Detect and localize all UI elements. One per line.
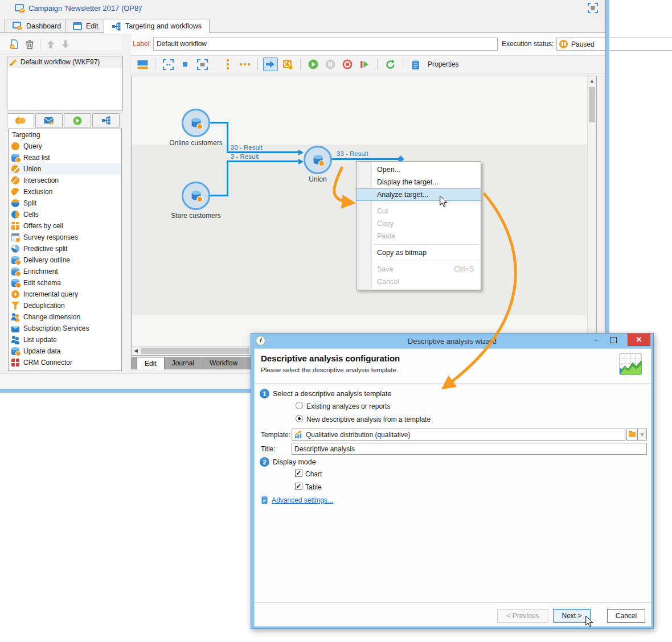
zoom-selection-button[interactable]	[195, 57, 210, 71]
transition-mode-button[interactable]	[263, 57, 278, 71]
palette-item-offers-by-cell[interactable]: Offers by cell	[9, 220, 121, 232]
palette-tab-execution[interactable]	[64, 113, 91, 127]
tab-edit[interactable]: Edit	[65, 19, 106, 33]
edge-label[interactable]: 33 - Result	[337, 150, 368, 157]
workflow-label-input[interactable]: Default workflow	[153, 38, 498, 51]
palette-item-label: Edit schema	[23, 279, 61, 287]
palette-item-delivery-outline[interactable]: Delivery outline	[9, 254, 121, 266]
chart-checkbox-label[interactable]: Chart	[305, 470, 322, 478]
fullscreen-icon[interactable]	[588, 3, 598, 13]
palette-item-deduplication[interactable]: Deduplication	[9, 300, 121, 311]
cancel-button[interactable]: Cancel	[607, 609, 645, 623]
restart-button[interactable]	[357, 57, 372, 71]
move-up-icon[interactable]	[46, 40, 55, 49]
tab-dashboard[interactable]: Dashboard	[5, 19, 69, 33]
execution-status-dropdown[interactable]: Paused ▼	[556, 38, 672, 51]
menu-item-paste[interactable]: Paste	[357, 230, 481, 242]
refresh-button[interactable]	[383, 57, 398, 71]
stop-button[interactable]	[340, 57, 355, 71]
node-label[interactable]: Online customers	[169, 139, 222, 147]
menu-item-copy-as-bitmap[interactable]: Copy as bitmap	[357, 246, 481, 259]
bottom-tab-edit[interactable]: Edit	[137, 357, 165, 369]
palette-item-list-update[interactable]: List update	[9, 334, 121, 345]
palette-item-incremental-query[interactable]: Incremental query	[9, 289, 121, 300]
delete-workflow-icon[interactable]	[25, 39, 34, 50]
maximize-button[interactable]	[605, 334, 621, 346]
zoom-100-button[interactable]	[178, 57, 192, 71]
zoom-fit-button[interactable]	[161, 57, 175, 71]
descriptive-analysis-wizard-dialog: Descriptive analysis wizard – ✕ Descript…	[251, 333, 654, 629]
table-checkbox-label[interactable]: Table	[305, 483, 322, 491]
palette-item-subscription-services[interactable]: Subscription Services	[9, 323, 121, 334]
edge-label[interactable]: 3 - Result	[231, 153, 259, 160]
add-workflow-icon[interactable]	[9, 39, 19, 50]
node-online-customers[interactable]	[182, 109, 210, 137]
diagram-display-button[interactable]	[135, 57, 150, 71]
palette-tab-deliveries[interactable]	[35, 113, 63, 127]
workflow-list-item[interactable]: Default workflow (WKF97)	[7, 56, 122, 68]
palette-item-survey-responses[interactable]: Survey responses	[9, 232, 121, 243]
horizontal-scroll-thumb[interactable]	[141, 348, 249, 354]
node-label[interactable]: Store customers	[171, 212, 220, 220]
palette-tab-events[interactable]	[92, 113, 120, 127]
pause-button[interactable]	[323, 57, 338, 71]
next-button[interactable]: Next >	[553, 609, 591, 623]
palette-item-edit-schema[interactable]: Edit schema	[9, 277, 121, 289]
palette-item-intersection[interactable]: Intersection	[9, 175, 121, 186]
menu-item-display-target[interactable]: Display the target...	[357, 176, 481, 188]
template-dropdown-button[interactable]: ▼	[637, 429, 647, 441]
palette-item-query[interactable]: Query	[9, 141, 121, 152]
bottom-tab-journal[interactable]: Journal	[165, 357, 202, 369]
bottom-tab-workflow[interactable]: Workflow	[202, 357, 245, 369]
menu-item-analyze-target[interactable]: Analyze target...	[357, 188, 481, 201]
palette-item-update-data[interactable]: Update data	[9, 345, 121, 357]
chart-checkbox[interactable]	[295, 470, 302, 477]
palette-item-union[interactable]: Union	[9, 163, 121, 175]
palette-tab-targeting[interactable]	[7, 113, 34, 128]
previous-button[interactable]: < Previous	[497, 609, 548, 623]
node-union[interactable]	[304, 146, 332, 174]
restart-history-button[interactable]: !	[280, 57, 295, 71]
palette-item-crm-connector[interactable]: CRM Connector	[9, 357, 121, 368]
minimize-button[interactable]: –	[588, 334, 604, 346]
menu-item-copy[interactable]: Copy	[357, 217, 481, 230]
step-2-label: Display mode	[273, 458, 316, 466]
vertical-layout-button[interactable]	[220, 57, 235, 71]
move-down-icon[interactable]	[61, 40, 70, 49]
edge-label[interactable]: 30 - Result	[231, 144, 263, 151]
palette-item-label: Split	[23, 199, 36, 207]
browse-folder-button[interactable]	[626, 429, 637, 441]
node-store-customers[interactable]	[182, 182, 210, 210]
palette-item-exclusion[interactable]: Exclusion	[9, 186, 121, 197]
palette-item-split[interactable]: Split	[9, 197, 121, 209]
table-checkbox[interactable]	[295, 483, 302, 490]
vertical-scroll-thumb[interactable]	[589, 87, 595, 122]
start-button[interactable]	[306, 57, 321, 71]
palette-item-enrichment[interactable]: Enrichment	[9, 266, 121, 277]
scroll-up-icon[interactable]: ▲	[588, 76, 596, 85]
node-label[interactable]: Union	[309, 175, 326, 183]
menu-item-save[interactable]: SaveCtrl+S	[357, 263, 481, 275]
radio-new-analysis[interactable]	[296, 415, 303, 422]
palette-item-cells[interactable]: Cells	[9, 209, 121, 220]
palette-item-predictive-split[interactable]: Predictive split	[9, 243, 121, 254]
radio-new-analysis-label[interactable]: New descriptive analysis from a template	[306, 415, 431, 423]
tab-targeting-workflows[interactable]: Targeting and workflows	[104, 19, 210, 34]
menu-item-cut[interactable]: Cut	[357, 205, 481, 217]
advanced-settings-link[interactable]: Advanced settings...	[272, 496, 333, 504]
edit-schema-icon	[11, 280, 19, 287]
palette-item-change-dimension[interactable]: Change dimension	[9, 311, 121, 323]
horizontal-layout-button[interactable]	[237, 57, 252, 71]
canvas-vertical-scrollbar[interactable]: ▲ ▼	[587, 76, 596, 347]
title-field[interactable]: Descriptive analysis	[292, 443, 647, 455]
properties-button[interactable]	[408, 57, 423, 71]
menu-item-open[interactable]: Open...	[357, 163, 481, 176]
radio-existing-analyzes[interactable]	[296, 402, 303, 409]
menu-item-cancel[interactable]: Cancel	[357, 275, 481, 288]
dialog-title-bar[interactable]: Descriptive analysis wizard – ✕	[251, 334, 653, 348]
radio-existing-analyzes-label[interactable]: Existing analyzes or reports	[306, 402, 390, 410]
close-button[interactable]: ✕	[628, 334, 650, 346]
template-field[interactable]: Qualitative distribution (qualitative)	[292, 429, 625, 441]
scroll-left-icon[interactable]: ◀	[132, 346, 140, 355]
palette-item-read-list[interactable]: Read list	[9, 152, 121, 163]
